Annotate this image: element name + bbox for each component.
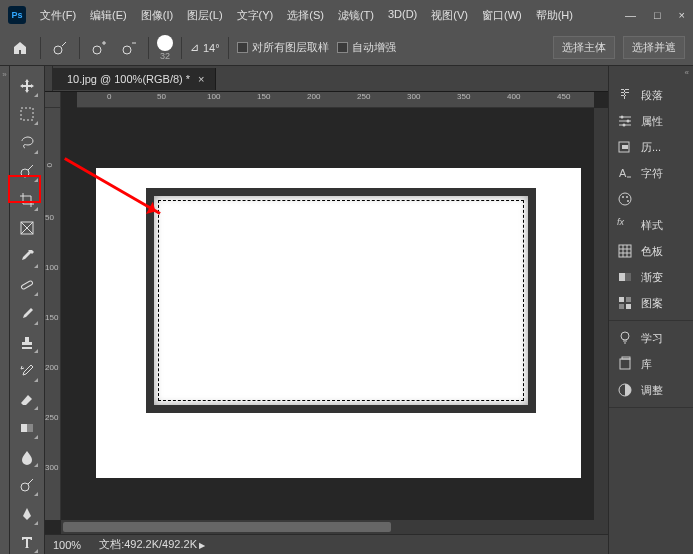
panel-paragraph[interactable]: 段落 [609, 82, 693, 108]
home-icon [12, 40, 28, 56]
svg-rect-26 [626, 304, 631, 309]
close-tab-button[interactable]: × [198, 73, 204, 85]
ruler-tick: 200 [45, 363, 58, 372]
svg-point-9 [21, 483, 29, 491]
tool-gradient[interactable] [15, 416, 39, 440]
close-window-button[interactable]: × [679, 9, 685, 21]
menu-file[interactable]: 文件(F) [34, 4, 82, 27]
document-tab[interactable]: 10.jpg @ 100%(RGB/8) * × [53, 68, 216, 90]
tabs-gutter[interactable] [45, 66, 53, 91]
tool-palette [10, 66, 45, 554]
pattern-icon [617, 295, 633, 311]
menu-help[interactable]: 帮助(H) [530, 4, 579, 27]
tool-clone-stamp[interactable] [15, 331, 39, 355]
panel-properties[interactable]: 属性 [609, 108, 693, 134]
menu-image[interactable]: 图像(I) [135, 4, 179, 27]
tool-history-brush[interactable] [15, 359, 39, 383]
collapse-panels-button[interactable]: « [609, 66, 693, 78]
tool-move[interactable] [15, 74, 39, 98]
menu-layer[interactable]: 图层(L) [181, 4, 228, 27]
ruler-vertical[interactable]: 0 50 100 150 200 250 300 [45, 108, 61, 520]
tool-marquee[interactable] [15, 103, 39, 127]
subtract-selection-button[interactable] [118, 37, 140, 59]
svg-point-17 [622, 196, 624, 198]
panel-adjustments[interactable]: 调整 [609, 377, 693, 403]
canvas[interactable] [61, 108, 608, 534]
angle-control[interactable]: ⊿ 14° [190, 41, 220, 54]
doc-size[interactable]: 文档:492.2K/492.2K▶ [99, 537, 205, 552]
blur-icon [19, 449, 35, 465]
panel-patterns[interactable]: 图案 [609, 290, 693, 316]
panel-swatches[interactable]: 色板 [609, 238, 693, 264]
menu-view[interactable]: 视图(V) [425, 4, 474, 27]
svg-point-19 [627, 200, 629, 202]
menu-type[interactable]: 文字(Y) [231, 4, 280, 27]
tool-pen[interactable] [15, 502, 39, 526]
ruler-tick: 200 [307, 92, 320, 101]
lightbulb-icon [617, 330, 633, 346]
svg-rect-25 [619, 304, 624, 309]
svg-rect-22 [619, 273, 625, 281]
scrollbar-thumb[interactable] [63, 522, 391, 532]
menu-select[interactable]: 选择(S) [281, 4, 330, 27]
zoom-level[interactable]: 100% [53, 539, 81, 551]
angle-value[interactable]: 14° [203, 42, 220, 54]
select-subject-button[interactable]: 选择主体 [553, 36, 615, 59]
document-canvas[interactable] [96, 168, 581, 478]
main-area: » 10.jpg @ 100%(RGB/8) * × [0, 66, 693, 554]
panel-learn[interactable]: 学习 [609, 325, 693, 351]
left-gutter[interactable]: » [0, 66, 10, 554]
menu-3d[interactable]: 3D(D) [382, 4, 423, 27]
ruler-origin[interactable] [45, 92, 61, 108]
tool-dodge[interactable] [15, 473, 39, 497]
minimize-button[interactable]: — [625, 9, 636, 21]
separator [40, 37, 41, 59]
panel-styles[interactable]: fx样式 [609, 212, 693, 238]
tool-blur[interactable] [15, 445, 39, 469]
pen-icon [19, 506, 35, 522]
menu-edit[interactable]: 编辑(E) [84, 4, 133, 27]
brush-add-icon [91, 40, 107, 56]
status-bar: 100% 文档:492.2K/492.2K▶ [45, 534, 608, 554]
panel-history[interactable]: 历... [609, 134, 693, 160]
home-button[interactable] [8, 36, 32, 60]
gradient-icon [19, 420, 35, 436]
vertical-scrollbar[interactable] [594, 108, 608, 520]
tool-type[interactable] [15, 531, 39, 555]
panel-label: 库 [641, 357, 652, 372]
tool-eyedropper[interactable] [15, 245, 39, 269]
tool-spot-heal[interactable] [15, 274, 39, 298]
brush-preset-picker[interactable]: 32 [157, 35, 173, 61]
separator [148, 37, 149, 59]
tool-brush[interactable] [15, 302, 39, 326]
horizontal-scrollbar[interactable] [61, 520, 608, 534]
brush-preview-circle-icon [157, 35, 173, 51]
history-brush-icon [19, 363, 35, 379]
panel-label: 段落 [641, 88, 663, 103]
add-selection-button[interactable] [88, 37, 110, 59]
panel-group-2: 学习 库 调整 [609, 321, 693, 408]
tool-lasso[interactable] [15, 131, 39, 155]
dodge-icon [19, 477, 35, 493]
current-tool-icon[interactable] [49, 37, 71, 59]
svg-rect-6 [21, 281, 33, 290]
paragraph-icon [617, 87, 633, 103]
tool-eraser[interactable] [15, 388, 39, 412]
ruler-horizontal[interactable]: 0 50 100 150 200 250 300 350 400 450 500 [77, 92, 594, 108]
svg-point-27 [621, 332, 629, 340]
panel-color[interactable] [609, 186, 693, 212]
panel-label: 图案 [641, 296, 663, 311]
tool-frame[interactable] [15, 217, 39, 241]
menu-filter[interactable]: 滤镜(T) [332, 4, 380, 27]
panel-character[interactable]: A字符 [609, 160, 693, 186]
panel-gradients[interactable]: 渐变 [609, 264, 693, 290]
menu-window[interactable]: 窗口(W) [476, 4, 528, 27]
ruler-tick: 0 [107, 92, 111, 101]
expand-caret-icon: » [0, 70, 9, 79]
restore-button[interactable]: □ [654, 9, 661, 21]
image-frame [146, 188, 536, 413]
sample-all-layers-checkbox[interactable]: 对所有图层取样 [237, 40, 329, 55]
auto-enhance-checkbox[interactable]: 自动增强 [337, 40, 396, 55]
panel-libraries[interactable]: 库 [609, 351, 693, 377]
select-and-mask-button[interactable]: 选择并遮 [623, 36, 685, 59]
